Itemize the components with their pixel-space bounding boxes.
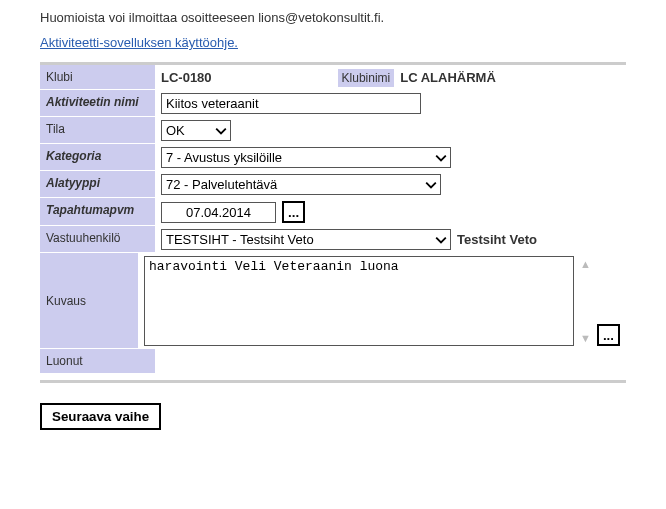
kuvaus-expand-button[interactable]: ... — [597, 324, 620, 346]
form-area: Klubi LC-0180 Klubinimi LC ALAHÄRMÄ Akti… — [40, 62, 626, 374]
label-tila: Tila — [40, 117, 155, 144]
label-klubinimi: Klubinimi — [338, 69, 395, 87]
textarea-kuvaus[interactable]: haravointi Veli Veteraanin luona — [144, 256, 574, 346]
select-kategoria[interactable]: 7 - Avustus yksilöille — [161, 147, 451, 168]
select-vastuuhenkilo[interactable]: TESTSIHT - Testsiht Veto — [161, 229, 451, 250]
input-aktiviteettinimi[interactable] — [161, 93, 421, 114]
textarea-scrollbar[interactable]: ▲ ▼ — [580, 256, 591, 346]
value-klubinimi: LC ALAHÄRMÄ — [400, 70, 496, 85]
label-kuvaus: Kuvaus — [40, 253, 138, 349]
input-tapahtumapvm[interactable] — [161, 202, 276, 223]
label-klubi: Klubi — [40, 65, 155, 90]
divider — [40, 380, 626, 383]
intro-text: Huomioista voi ilmoittaa osoitteeseen li… — [40, 10, 626, 25]
next-step-button[interactable]: Seuraava vaihe — [40, 403, 161, 430]
date-picker-button[interactable]: ... — [282, 201, 305, 223]
value-vastuuhenkilo-name: Testsiht Veto — [457, 232, 537, 247]
select-tila[interactable]: OK — [161, 120, 231, 141]
scroll-down-icon: ▼ — [580, 332, 591, 344]
scroll-up-icon: ▲ — [580, 258, 591, 270]
label-tapahtumapvm: Tapahtumapvm — [40, 198, 155, 226]
label-vastuuhenkilo: Vastuuhenkilö — [40, 226, 155, 253]
select-alatyyppi[interactable]: 72 - Palvelutehtävä — [161, 174, 441, 195]
label-kategoria: Kategoria — [40, 144, 155, 171]
doc-link[interactable]: Aktiviteetti-sovelluksen käyttöohje. — [40, 35, 238, 50]
value-klubi: LC-0180 — [161, 70, 212, 85]
label-luonut: Luonut — [40, 349, 155, 374]
label-aktiviteettinimi: Aktiviteetin nimi — [40, 90, 155, 117]
label-alatyyppi: Alatyyppi — [40, 171, 155, 198]
